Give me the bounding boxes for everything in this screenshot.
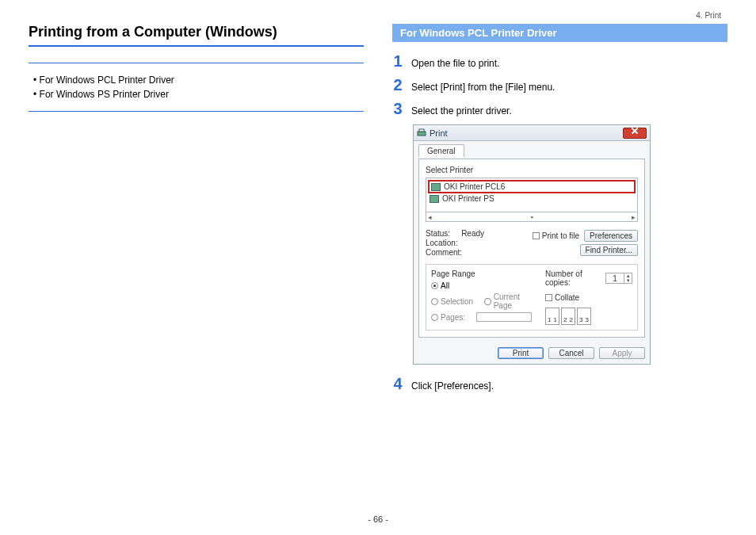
page-range-group: Page Range All Selection Current Page Pa… — [426, 264, 638, 331]
range-current-label: Current Page — [494, 292, 537, 310]
tab-body: Select Printer OKI Printer PCL6 OKI Prin… — [418, 159, 645, 338]
comment-label: Comment: — [426, 248, 462, 257]
step: 3 Select the printer driver. — [392, 101, 727, 117]
collate-page-icon: 22 — [561, 308, 575, 325]
page-title: Printing from a Computer (Windows) — [29, 24, 364, 40]
dialog-titlebar: Print — [414, 125, 650, 141]
copies-area: Number of copies: 1 ▴▾ Collate — [545, 269, 632, 325]
print-to-file-checkbox[interactable]: Print to file — [533, 231, 579, 240]
cancel-button[interactable]: Cancel — [548, 347, 594, 359]
collate-preview: 11 22 33 — [545, 308, 632, 325]
horizontal-scrollbar[interactable]: ◂▪▸ — [426, 212, 638, 222]
dialog-button-row: Print Cancel Apply — [414, 342, 650, 364]
breadcrumb: 4. Print — [696, 11, 721, 20]
status-value: Ready — [461, 229, 484, 238]
printer-name: OKI Printer PCL6 — [444, 182, 505, 191]
page-range-label: Page Range — [431, 269, 537, 278]
scroll-left-icon[interactable]: ◂ — [428, 213, 432, 221]
scroll-right-icon[interactable]: ▸ — [632, 213, 636, 221]
svg-rect-1 — [419, 129, 424, 132]
range-all-radio[interactable]: All — [431, 281, 449, 290]
toc-rule-top — [29, 63, 364, 63]
step-text: Select [Print] from the [File] menu. — [411, 79, 555, 93]
status-label: Status: — [426, 229, 450, 238]
dialog-title: Print — [430, 128, 623, 138]
title-rule — [29, 45, 364, 47]
collate-checkbox[interactable]: Collate — [545, 293, 579, 302]
find-printer-button[interactable]: Find Printer... — [580, 244, 638, 256]
steps-list-cont: 4 Click [Preferences]. — [392, 376, 727, 392]
page-number: - 66 - — [0, 514, 756, 524]
step-number: 3 — [392, 101, 403, 117]
toc-item-label: For Windows PCL Printer Driver — [40, 75, 174, 86]
svg-rect-0 — [418, 132, 426, 136]
step-text: Click [Preferences]. — [411, 378, 494, 392]
print-dialog: Print General Select Printer OKI Printer… — [413, 124, 651, 365]
print-button[interactable]: Print — [498, 347, 544, 359]
range-current-radio[interactable]: Current Page — [484, 292, 537, 310]
steps-list: 1 Open the file to print. 2 Select [Prin… — [392, 53, 727, 117]
section-heading: For Windows PCL Printer Driver — [392, 24, 727, 42]
printer-name: OKI Printer PS — [442, 194, 494, 203]
collate-page-icon: 11 — [545, 308, 559, 325]
range-pages-radio[interactable]: Pages: — [431, 313, 465, 322]
pages-input[interactable] — [476, 312, 532, 322]
step: 4 Click [Preferences]. — [392, 376, 727, 392]
range-pages-label: Pages: — [441, 313, 465, 322]
toc-list: • For Windows PCL Printer Driver • For W… — [29, 70, 364, 105]
step-text: Select the printer driver. — [411, 103, 512, 117]
tab-strip: General — [414, 141, 650, 159]
toc-rule-bottom — [29, 111, 364, 112]
dialog-screenshot: Print General Select Printer OKI Printer… — [413, 124, 727, 365]
tab-general[interactable]: General — [418, 144, 464, 157]
copies-value: 1 — [606, 274, 624, 283]
location-label: Location: — [426, 239, 458, 247]
status-area: Status:Ready Location: Comment: Print to… — [426, 228, 638, 258]
apply-button[interactable]: Apply — [599, 347, 645, 359]
step: 2 Select [Print] from the [File] menu. — [392, 77, 727, 93]
copies-label: Number of copies: — [545, 269, 602, 287]
print-to-file-label: Print to file — [542, 231, 579, 240]
left-column: Printing from a Computer (Windows) • For… — [29, 24, 364, 399]
printer-icon — [417, 128, 426, 138]
printer-item-selected[interactable]: OKI Printer PCL6 — [428, 180, 636, 193]
close-button[interactable] — [623, 128, 647, 139]
range-all-label: All — [441, 281, 449, 290]
copies-spinner[interactable]: 1 ▴▾ — [605, 273, 632, 284]
range-selection-radio[interactable]: Selection — [431, 297, 473, 306]
printer-icon — [431, 183, 441, 191]
toc-item[interactable]: • For Windows PCL Printer Driver — [33, 75, 364, 86]
select-printer-label: Select Printer — [426, 166, 638, 174]
step-number: 1 — [392, 53, 403, 69]
preferences-button[interactable]: Preferences — [584, 230, 638, 242]
step: 1 Open the file to print. — [392, 53, 727, 69]
two-column-layout: Printing from a Computer (Windows) • For… — [29, 24, 727, 399]
collate-label: Collate — [555, 293, 579, 302]
step-text: Open the file to print. — [411, 55, 499, 69]
step-number: 2 — [392, 77, 403, 93]
printer-item[interactable]: OKI Printer PS — [428, 193, 636, 204]
printer-icon — [430, 195, 439, 203]
toc-item-label: For Windows PS Printer Driver — [40, 89, 169, 100]
manual-page: 4. Print Printing from a Computer (Windo… — [0, 0, 756, 535]
range-selection-label: Selection — [441, 297, 473, 306]
right-column: For Windows PCL Printer Driver 1 Open th… — [392, 24, 727, 399]
spin-down-icon[interactable]: ▾ — [624, 278, 632, 283]
toc-item[interactable]: • For Windows PS Printer Driver — [33, 89, 364, 100]
printer-list[interactable]: OKI Printer PCL6 OKI Printer PS — [426, 178, 638, 212]
page-range: Page Range All Selection Current Page Pa… — [431, 269, 537, 325]
scroll-thumb[interactable]: ▪ — [530, 213, 533, 221]
collate-page-icon: 33 — [577, 308, 591, 325]
step-number: 4 — [392, 376, 403, 392]
